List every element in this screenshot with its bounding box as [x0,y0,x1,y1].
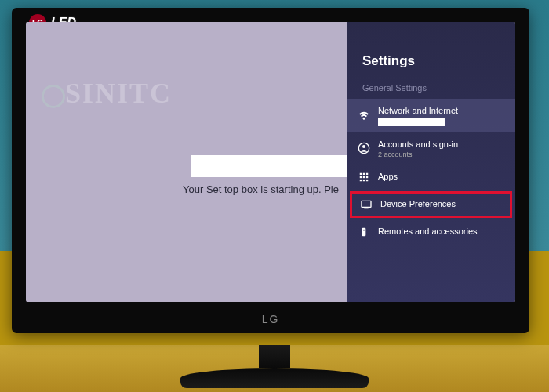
svg-rect-10 [366,180,368,181]
nav-label: Remotes and accessories [378,226,478,237]
watermark: SINITC [42,77,172,110]
settings-panel: Settings General Settings Network and In… [347,22,515,302]
wifi-icon [358,110,370,122]
startup-message: Your Set top box is starting up. Ple [183,183,355,195]
nav-label: Network and Internet [378,105,458,116]
svg-rect-2 [360,172,362,174]
tv-bottom-logo: LG [262,313,280,325]
section-label: General Settings [347,78,515,99]
svg-point-1 [362,145,365,148]
apps-icon [358,171,370,183]
nav-apps[interactable]: Apps [347,165,515,190]
svg-rect-13 [362,227,366,236]
nav-device-preferences[interactable]: Device Preferences [350,191,512,218]
nav-network[interactable]: Network and Internet [347,99,515,132]
main-content: Your Set top box is starting up. Ple [183,155,355,195]
redacted-box [191,155,347,177]
nav-sublabel: 2 accounts [378,151,458,158]
svg-rect-7 [366,176,368,177]
tv-stand [180,345,369,388]
svg-rect-9 [363,180,365,181]
svg-rect-4 [366,172,368,174]
tv-frame: LG LED SINITC Your Set top box is starti… [12,8,529,333]
svg-rect-6 [363,176,365,177]
nav-remotes[interactable]: Remotes and accessories [347,220,515,245]
tv-icon [360,198,373,211]
svg-point-14 [363,229,365,230]
nav-label: Device Preferences [380,198,456,209]
svg-rect-3 [363,172,365,174]
redacted-network-name [378,118,445,126]
svg-rect-11 [362,201,371,207]
svg-rect-8 [360,180,362,181]
account-icon [358,142,370,154]
nav-label: Apps [378,171,398,182]
nav-label: Accounts and sign-in [378,139,458,150]
nav-accounts[interactable]: Accounts and sign-in 2 accounts [347,132,515,164]
svg-rect-5 [360,176,362,177]
settings-title: Settings [347,22,515,78]
remote-icon [358,226,370,238]
tv-screen: SINITC Your Set top box is starting up. … [26,22,515,302]
